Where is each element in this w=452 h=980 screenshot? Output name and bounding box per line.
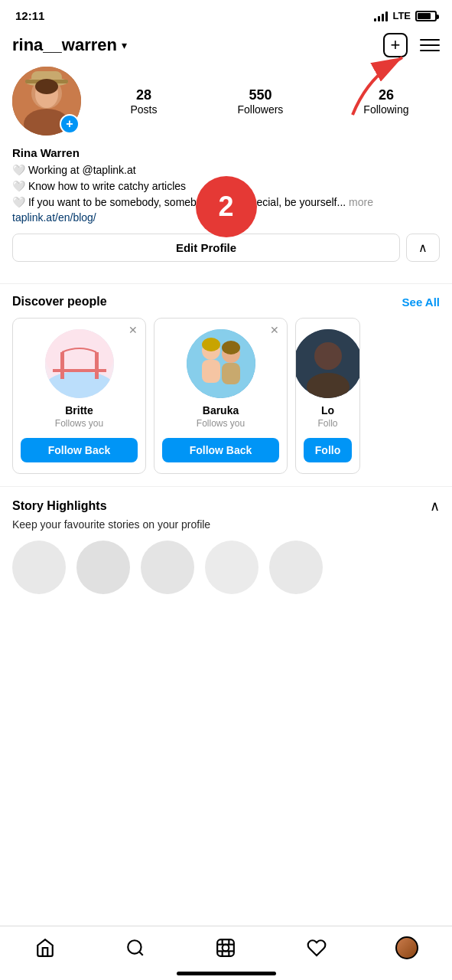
following-label: Following [363, 103, 408, 116]
stats-row: 28 Posts 550 Followers 26 Following [99, 87, 440, 116]
bio-link[interactable]: taplink.at/en/blog/ [12, 211, 96, 224]
highlights-title: Story Highlights [12, 499, 107, 513]
story-highlights-section: Story Highlights ∧ Keep your favourite s… [0, 498, 452, 594]
see-all-button[interactable]: See All [402, 296, 440, 309]
posts-stat[interactable]: 28 Posts [130, 87, 157, 116]
lo-follows: Follo [317, 418, 337, 429]
baruka-follows: Follows you [197, 418, 245, 429]
profile-top: + 28 Posts 550 Followers 26 Following [12, 67, 440, 136]
britte-name: Britte [65, 404, 93, 416]
svg-point-25 [128, 940, 141, 953]
close-baruka-button[interactable]: ✕ [270, 325, 279, 335]
follow-back-britte-button[interactable]: Follow Back [21, 438, 138, 462]
britte-avatar [45, 329, 114, 398]
menu-button[interactable] [420, 39, 440, 51]
nav-home-button[interactable] [26, 934, 64, 962]
nav-reels-button[interactable] [206, 934, 245, 962]
svg-rect-12 [60, 352, 64, 379]
following-count: 26 [379, 87, 394, 103]
svg-point-8 [35, 79, 58, 94]
add-content-button[interactable] [382, 31, 409, 59]
battery-icon [415, 11, 437, 21]
nav-activity-button[interactable] [298, 934, 336, 962]
highlight-item-3[interactable] [141, 541, 194, 594]
add-icon [383, 33, 408, 57]
avatar-wrap: + [12, 67, 81, 136]
baruka-name: Baruka [203, 404, 239, 416]
heart-icon [307, 938, 327, 958]
highlight-item-2[interactable] [76, 541, 130, 594]
divider-2 [0, 486, 452, 487]
profile-avatar-nav [395, 936, 418, 959]
svg-rect-14 [53, 369, 106, 372]
username-row[interactable]: rina__warren ▾ [12, 35, 127, 55]
svg-point-15 [187, 329, 255, 398]
header: rina__warren ▾ [0, 27, 452, 67]
highlights-row [12, 541, 440, 594]
add-to-story-button[interactable]: + [60, 114, 80, 134]
person-card-lo: Lo Follo Follo [295, 318, 360, 474]
home-indicator [177, 972, 276, 975]
posts-count: 28 [136, 87, 151, 103]
reels-icon [216, 938, 236, 958]
search-icon [125, 938, 145, 958]
baruka-avatar [187, 329, 255, 398]
status-bar: 12:11 LTE [0, 0, 452, 27]
profile-name: Rina Warren [12, 146, 440, 159]
svg-rect-17 [202, 360, 220, 383]
collapse-button[interactable]: ∧ [406, 234, 440, 262]
svg-point-28 [223, 945, 229, 952]
header-actions [382, 31, 440, 59]
edit-profile-button[interactable]: Edit Profile [12, 234, 400, 262]
home-icon [35, 938, 55, 958]
svg-rect-13 [95, 352, 99, 379]
discover-header: Discover people See All [0, 295, 452, 309]
lo-avatar [295, 329, 360, 398]
bio-more[interactable]: more [349, 196, 373, 208]
nav-profile-button[interactable] [388, 934, 426, 962]
svg-rect-19 [222, 363, 240, 384]
svg-point-21 [222, 341, 240, 354]
svg-point-23 [314, 342, 342, 370]
time: 12:11 [15, 9, 44, 22]
chevron-up-icon: ∧ [418, 240, 428, 255]
bio-line-1: 🤍 Working at @taplink.at [12, 162, 440, 178]
discover-title: Discover people [12, 295, 107, 309]
divider [0, 283, 452, 284]
status-icons: LTE [374, 10, 437, 21]
username: rina__warren [12, 35, 117, 55]
bio-line-3: 🤍 If you want to be somebody, somebody r… [12, 194, 440, 211]
highlight-item-1[interactable] [12, 541, 66, 594]
follow-back-lo-button[interactable]: Follo [304, 438, 352, 462]
collapse-highlights-button[interactable]: ∧ [430, 498, 440, 514]
profile-section: + 28 Posts 550 Followers 26 Following Ri… [0, 67, 452, 283]
person-card-baruka: ✕ Baruka Follows you Follow Back [154, 318, 288, 474]
followers-label: Followers [237, 103, 283, 116]
signal-icon [374, 11, 388, 21]
svg-point-20 [202, 338, 220, 351]
highlights-subtitle: Keep your favourite stories on your prof… [12, 518, 440, 533]
lo-name: Lo [321, 404, 334, 416]
highlights-header: Story Highlights ∧ [12, 498, 440, 514]
highlight-item-4[interactable] [205, 541, 259, 594]
lte-label: LTE [392, 10, 411, 21]
person-card-britte: ✕ Britte Follows you Follow Back [12, 318, 146, 474]
followers-stat[interactable]: 550 Followers [237, 87, 283, 116]
chevron-down-icon: ▾ [122, 39, 127, 51]
edit-profile-row: Edit Profile ∧ [12, 234, 440, 262]
highlight-item-5[interactable] [269, 541, 323, 594]
close-britte-button[interactable]: ✕ [128, 325, 138, 335]
bio-section: Rina Warren 🤍 Working at @taplink.at 🤍 K… [12, 146, 440, 224]
britte-follows: Follows you [55, 418, 103, 429]
svg-line-26 [139, 952, 143, 956]
follow-back-baruka-button[interactable]: Follow Back [162, 438, 279, 462]
bio-line-2: 🤍 Know how to write catchy articles [12, 178, 440, 194]
followers-count: 550 [249, 87, 272, 103]
posts-label: Posts [130, 103, 157, 116]
people-cards: ✕ Britte Follows you Follow Back ✕ [0, 318, 452, 474]
following-stat[interactable]: 26 Following [363, 87, 408, 116]
svg-rect-27 [218, 939, 235, 956]
nav-search-button[interactable] [116, 934, 154, 962]
